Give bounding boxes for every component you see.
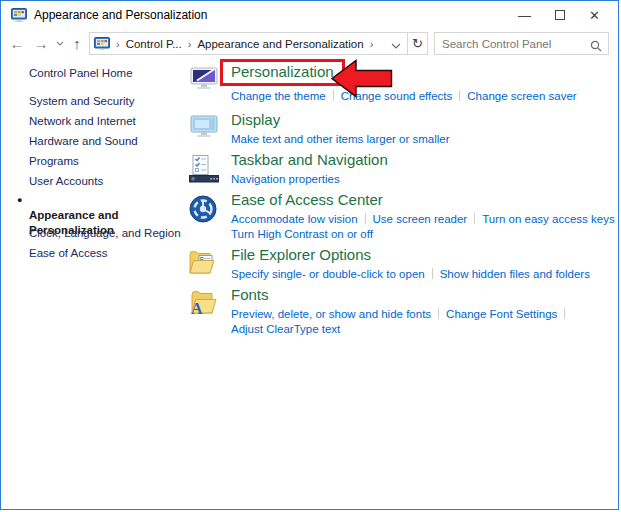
sidebar-item-network-and-internet[interactable]: Network and Internet	[29, 111, 194, 131]
close-button[interactable]: ✕	[577, 1, 612, 29]
section-title-file-explorer-options[interactable]: File Explorer Options	[231, 246, 590, 264]
window-controls: — ✕	[507, 1, 612, 29]
task-link-change-theme[interactable]: Change the theme	[231, 90, 326, 102]
section-title-taskbar-navigation[interactable]: Taskbar and Navigation	[231, 151, 388, 169]
breadcrumb-control-panel[interactable]: Control P...	[126, 38, 182, 50]
task-link-navigation-properties[interactable]: Navigation properties	[231, 173, 340, 185]
control-panel-icon	[11, 8, 27, 22]
svg-text:A: A	[191, 300, 203, 316]
control-panel-window: Appearance and Personalization — ✕ ← → ↑	[0, 0, 619, 510]
sidebar-item-programs[interactable]: Programs	[29, 151, 194, 171]
breadcrumb-current-page[interactable]: Appearance and Personalization	[197, 38, 363, 50]
breadcrumb-control-panel-icon	[94, 37, 110, 51]
forward-button[interactable]: →	[29, 29, 53, 57]
refresh-button[interactable]: ↻	[407, 32, 428, 55]
section-fonts: A Fonts Preview, delete, or show and hid…	[189, 286, 609, 337]
sidebar-item-system-and-security[interactable]: System and Security	[29, 91, 194, 111]
sidebar-item-appearance-and-personalization[interactable]: ●Appearance and Personalization	[29, 191, 194, 223]
search-box	[434, 32, 609, 55]
red-highlight-box: Personalization	[220, 59, 345, 86]
task-link-preview-fonts[interactable]: Preview, delete, or show and hide fonts	[231, 308, 431, 320]
file-explorer-options-icon[interactable]	[189, 246, 231, 282]
section-title-display[interactable]: Display	[231, 111, 450, 129]
up-button[interactable]: ↑	[67, 29, 87, 57]
taskbar-navigation-icon[interactable]	[189, 151, 231, 187]
task-link-adjust-cleartype[interactable]: Adjust ClearType text	[231, 323, 340, 335]
minimize-button[interactable]: —	[507, 1, 542, 29]
sidebar-item-clock-language-region[interactable]: Clock, Language, and Region	[29, 223, 194, 243]
maximize-button[interactable]	[542, 1, 577, 29]
section-title-fonts[interactable]: Fonts	[231, 286, 572, 304]
task-link-show-hidden-files[interactable]: Show hidden files and folders	[440, 268, 590, 280]
recent-pages-chevron-icon[interactable]	[53, 29, 67, 57]
title-bar[interactable]: Appearance and Personalization — ✕	[1, 1, 618, 29]
link-separator	[474, 213, 475, 224]
task-link-change-screen-saver[interactable]: Change screen saver	[467, 90, 576, 102]
section-display: Display Make text and other items larger…	[189, 111, 609, 147]
sidebar-item-user-accounts[interactable]: User Accounts	[29, 171, 194, 191]
section-ease-of-access: Ease of Access Center Accommodate low vi…	[189, 191, 609, 242]
navigation-bar: ← → ↑ › Control P... › Appearance and Pe…	[1, 29, 618, 57]
red-arrow-annotation	[331, 59, 393, 98]
section-title-personalization[interactable]: Personalization	[231, 63, 334, 80]
address-bar[interactable]: › Control P... › Appearance and Personal…	[89, 32, 408, 55]
sidebar-item-ease-of-access[interactable]: Ease of Access	[29, 243, 194, 263]
address-dropdown-chevron-icon[interactable]	[391, 35, 401, 53]
search-icon[interactable]	[590, 38, 602, 56]
task-link-high-contrast[interactable]: Turn High Contrast on or off	[231, 228, 373, 240]
link-separator	[564, 308, 565, 319]
link-separator	[432, 268, 433, 279]
breadcrumb-chevron-icon: ›	[110, 38, 126, 50]
maximize-icon	[555, 10, 565, 20]
breadcrumb-chevron-icon[interactable]: ›	[182, 38, 198, 50]
sidebar: Control Panel Home System and Security N…	[29, 63, 194, 263]
link-separator	[459, 90, 460, 101]
section-taskbar-navigation: Taskbar and Navigation Navigation proper…	[189, 151, 609, 187]
breadcrumb-chevron-icon[interactable]: ›	[364, 38, 380, 50]
task-link-accommodate-low-vision[interactable]: Accommodate low vision	[231, 213, 358, 225]
fonts-icon[interactable]: A	[189, 286, 231, 337]
sidebar-item-control-panel-home[interactable]: Control Panel Home	[29, 63, 194, 83]
back-button[interactable]: ←	[5, 29, 29, 57]
link-separator	[365, 213, 366, 224]
search-input[interactable]	[442, 33, 587, 54]
ease-of-access-icon[interactable]	[189, 191, 231, 242]
section-file-explorer-options: File Explorer Options Specify single- or…	[189, 246, 609, 282]
task-link-change-font-settings[interactable]: Change Font Settings	[446, 308, 557, 320]
active-bullet-icon: ●	[17, 193, 22, 208]
task-link-easy-access-keys[interactable]: Turn on easy access keys	[482, 213, 615, 225]
link-separator	[438, 308, 439, 319]
section-title-ease-of-access[interactable]: Ease of Access Center	[231, 191, 619, 209]
task-link-use-screen-reader[interactable]: Use screen reader	[373, 213, 468, 225]
sidebar-item-hardware-and-sound[interactable]: Hardware and Sound	[29, 131, 194, 151]
window-title: Appearance and Personalization	[34, 8, 207, 22]
display-icon[interactable]	[189, 111, 231, 147]
task-link-make-text-larger[interactable]: Make text and other items larger or smal…	[231, 133, 450, 145]
section-personalization: Personalization Change the themeChange s…	[189, 63, 609, 104]
task-link-single-double-click[interactable]: Specify single- or double-click to open	[231, 268, 425, 280]
